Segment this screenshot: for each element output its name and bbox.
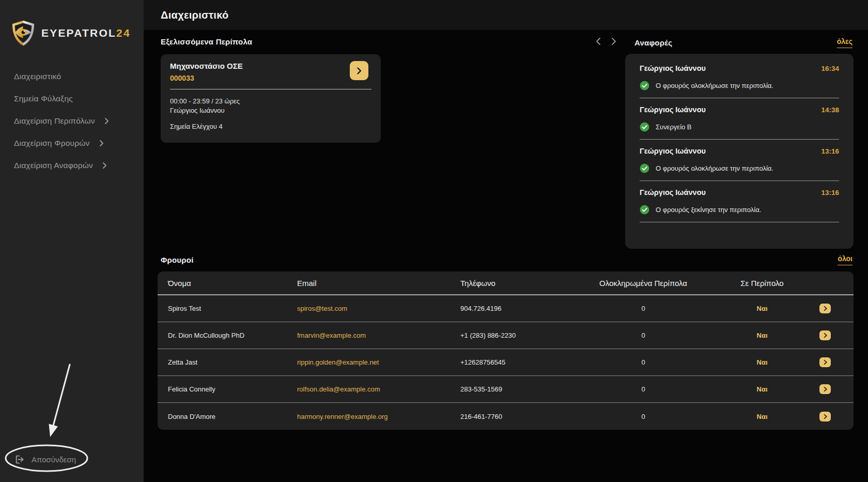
divider	[640, 139, 839, 140]
report-item[interactable]: Γεώργιος Ιωάννου 13:16 Ο φρουρός ξεκίνησ…	[634, 188, 844, 222]
sidebar-item-guard-management[interactable]: Διαχείριση Φρουρών	[0, 132, 144, 154]
chevron-right-icon	[823, 333, 828, 338]
report-message: Ο φρουρός ολοκλήρωσε την περιπολία.	[656, 164, 773, 172]
chevron-right-icon	[99, 140, 104, 147]
report-item-header: Γεώργιος Ιωάννου 14:38	[640, 106, 839, 114]
guard-detail-button[interactable]	[819, 412, 831, 421]
carousel-next-button[interactable]	[609, 37, 618, 46]
report-guard-name: Γεώργιος Ιωάννου	[640, 64, 706, 72]
patrol-code: 000033	[170, 74, 371, 82]
patrol-open-button[interactable]	[350, 61, 368, 80]
report-item-body: Ο φρουρός ξεκίνησε την περιπολία.	[640, 205, 839, 215]
guard-detail-button[interactable]	[819, 330, 831, 340]
divider	[640, 180, 839, 181]
report-item-header: Γεώργιος Ιωάννου 16:34	[640, 64, 839, 72]
guard-email-link[interactable]: rippin.golden@example.net	[297, 358, 460, 366]
chevron-right-icon	[823, 386, 828, 392]
divider	[640, 222, 839, 222]
guard-detail-button[interactable]	[819, 304, 831, 313]
column-header-name: Όνομα	[168, 279, 297, 288]
guard-detail-button[interactable]	[819, 384, 831, 394]
sidebar-item-report-management[interactable]: Διαχείριση Αναφορών	[0, 154, 144, 176]
chevron-right-icon	[104, 117, 109, 125]
report-time: 14:38	[821, 106, 839, 114]
carousel-prev-button[interactable]	[594, 37, 603, 46]
guard-name: Donna D'Amore	[168, 413, 297, 420]
column-header-phone: Τηλέφωνο	[460, 279, 555, 288]
guard-detail-button[interactable]	[819, 357, 831, 367]
guard-row-actions	[793, 357, 843, 367]
chevron-left-icon	[594, 37, 603, 46]
guard-completed-patrols: 0	[555, 332, 731, 339]
report-message: Ο φρουρός ξεκίνησε την περιπολία.	[656, 206, 761, 214]
report-time: 13:16	[821, 189, 839, 197]
guard-email-link[interactable]: spiros@test.com	[297, 305, 460, 312]
main-area: Διαχειριστικό Εξελισσόμενα Περίπολα Μηχα…	[144, 0, 868, 482]
column-header-on-patrol: Σε Περίπολο	[731, 279, 793, 288]
chevron-right-icon	[355, 67, 363, 75]
patrol-site-name: Μηχανοστάσιο ΟΣΕ	[170, 62, 371, 70]
guard-phone: 283-535-1569	[460, 385, 555, 393]
guards-view-all-link[interactable]: όλοι	[838, 254, 853, 265]
guard-email-link[interactable]: rolfson.delia@example.com	[297, 385, 460, 393]
reports-section: Αναφορές όλες Γεώργιος Ιωάννου 16:34 Ο φ…	[625, 37, 854, 249]
guard-completed-patrols: 0	[555, 413, 731, 420]
sidebar-item-label: Σημεία Φύλαξης	[14, 94, 73, 103]
sidebar-item-label: Διαχείριση Φρουρών	[14, 139, 90, 148]
report-guard-name: Γεώργιος Ιωάννου	[640, 188, 706, 197]
patrols-section-header: Εξελισσόμενα Περίπολα	[161, 37, 618, 46]
guards-section-title: Φρουροί	[161, 255, 194, 264]
table-row[interactable]: Felicia Connelly rolfson.delia@example.c…	[158, 376, 854, 403]
sidebar-item-label: Διαχείριση Αναφορών	[14, 161, 93, 170]
brand-logo[interactable]: EYEPATROL24	[9, 20, 131, 47]
report-item-header: Γεώργιος Ιωάννου 13:16	[640, 188, 839, 197]
guard-completed-patrols: 0	[555, 385, 731, 393]
guard-email-link[interactable]: fmarvin@example.com	[297, 332, 460, 339]
logout-icon	[14, 454, 25, 465]
guards-table-body: Spiros Test spiros@test.com 904.726.4196…	[158, 295, 854, 430]
table-row[interactable]: Dr. Dion McCullough PhD fmarvin@example.…	[158, 322, 854, 349]
chevron-right-icon	[823, 306, 828, 311]
sidebar-item-label: Διαχειριστικό	[14, 72, 61, 81]
chevron-right-icon	[609, 37, 618, 46]
reports-panel: Γεώργιος Ιωάννου 16:34 Ο φρουρός ολοκλήρ…	[625, 54, 854, 249]
guard-on-patrol-status: Ναι	[731, 385, 793, 393]
report-item-body: Ο φρουρός ολοκλήρωσε την περιπολία.	[640, 81, 839, 91]
guard-email-link[interactable]: harmony.renner@example.org	[297, 413, 460, 420]
patrol-meta: 00:00 - 23:59 / 23 ώρες Γεώργιος Ιωάννου	[170, 97, 371, 115]
table-row[interactable]: Zetta Jast rippin.golden@example.net +12…	[158, 349, 854, 376]
sidebar-item-dashboard[interactable]: Διαχειριστικό	[0, 65, 144, 87]
table-row[interactable]: Donna D'Amore harmony.renner@example.org…	[158, 403, 854, 430]
divider	[170, 89, 371, 89]
logout-button[interactable]: Αποσύνδεση	[14, 454, 76, 465]
report-message: Ο φρουρός ολοκλήρωσε την περιπολία.	[656, 82, 773, 89]
guard-name: Spiros Test	[168, 305, 297, 312]
column-header-completed-patrols: Ολοκληρωμένα Περίπολα	[555, 279, 731, 288]
guard-row-actions	[793, 330, 843, 340]
success-check-icon	[640, 81, 649, 91]
table-row[interactable]: Spiros Test spiros@test.com 904.726.4196…	[158, 295, 854, 322]
page-title: Διαχειριστικό	[161, 9, 229, 21]
reports-view-all-link[interactable]: όλες	[837, 37, 853, 48]
report-item[interactable]: Γεώργιος Ιωάννου 13:16 Ο φρουρός ολοκλήρ…	[634, 147, 844, 181]
guard-phone: +1 (283) 886-2230	[460, 332, 555, 339]
patrol-guard-name: Γεώργιος Ιωάννου	[170, 106, 371, 115]
guards-table-header: Όνομα Email Τηλέφωνο Ολοκληρωμένα Περίπο…	[158, 272, 854, 295]
patrols-section-title: Εξελισσόμενα Περίπολα	[161, 37, 252, 46]
report-time: 13:16	[821, 147, 839, 155]
report-item-body: Συνεργείο Β	[640, 122, 839, 132]
reports-section-title: Αναφορές	[634, 38, 672, 47]
sidebar-item-patrol-management[interactable]: Διαχείριση Περιπόλων	[0, 110, 144, 132]
guards-section-header: Φρουροί όλοι	[158, 254, 854, 265]
report-item[interactable]: Γεώργιος Ιωάννου 14:38 Συνεργείο Β	[634, 106, 844, 140]
guards-table: Όνομα Email Τηλέφωνο Ολοκληρωμένα Περίπο…	[158, 272, 854, 430]
sidebar-item-guard-points[interactable]: Σημεία Φύλαξης	[0, 87, 144, 110]
reports-section-header: Αναφορές όλες	[625, 37, 854, 48]
guards-section: Φρουροί όλοι Όνομα Email Τηλέφωνο Ολοκλη…	[158, 254, 854, 430]
patrol-card[interactable]: Μηχανοστάσιο ΟΣΕ 000033 00:00 - 23:59 / …	[161, 54, 381, 143]
report-item-header: Γεώργιος Ιωάννου 13:16	[640, 147, 839, 155]
report-guard-name: Γεώργιος Ιωάννου	[640, 147, 706, 155]
sidebar-nav: Διαχειριστικό Σημεία Φύλαξης Διαχείριση …	[0, 65, 144, 176]
top-header-bar: Διαχειριστικό	[144, 0, 868, 30]
report-item[interactable]: Γεώργιος Ιωάννου 16:34 Ο φρουρός ολοκλήρ…	[634, 64, 844, 98]
